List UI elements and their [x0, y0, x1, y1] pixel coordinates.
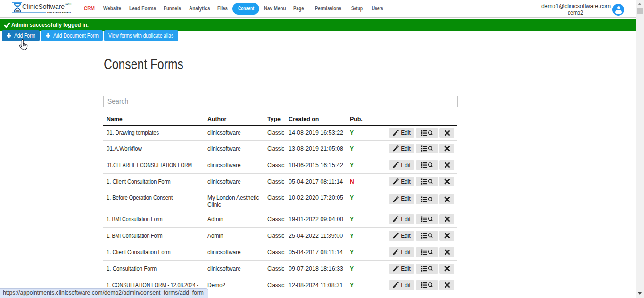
svg-text:TEN STEPS AHEAD: TEN STEPS AHEAD: [47, 11, 71, 14]
svg-text:.com: .com: [65, 2, 71, 5]
svg-text:ClinicSoftware: ClinicSoftware: [22, 2, 65, 10]
